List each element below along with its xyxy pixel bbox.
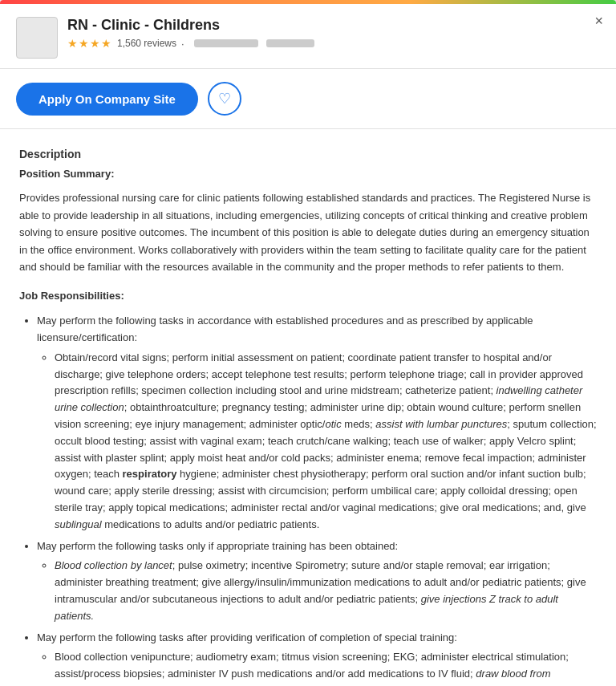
job-title: RN - Clinic - Childrens <box>67 17 600 34</box>
list-item: May perform the following tasks in accor… <box>37 313 597 533</box>
company-logo <box>16 17 58 59</box>
sub-list-item: Obtain/record vital signs; perform initi… <box>55 350 597 534</box>
company-name-blurred <box>194 39 258 47</box>
review-count: 1,560 reviews <box>117 38 176 49</box>
sub-list: Obtain/record vital signs; perform initi… <box>37 350 597 534</box>
rating-row: ★★★★ 1,560 reviews · <box>67 37 600 50</box>
job-modal: RN - Clinic - Childrens ★★★★ 1,560 revie… <box>0 0 616 686</box>
list-item: May perform the following tasks only if … <box>37 538 597 625</box>
save-button[interactable]: ♡ <box>208 82 241 116</box>
header-info: RN - Clinic - Childrens ★★★★ 1,560 revie… <box>67 17 600 50</box>
sub-list: Blood collection by lancet; pulse oximet… <box>37 558 597 624</box>
heart-icon: ♡ <box>218 90 231 108</box>
sub-list-item: Blood collection venipuncture; audiometr… <box>55 649 597 686</box>
sub-list: Blood collection venipuncture; audiometr… <box>37 649 597 686</box>
job-content: Description Position Summary: Provides p… <box>0 129 616 686</box>
separator: · <box>181 38 184 50</box>
description-title: Description <box>19 145 597 163</box>
list-item-text: May perform the following tasks after pr… <box>37 631 457 643</box>
list-item: May perform the following tasks after pr… <box>37 630 597 686</box>
star-rating: ★★★★ <box>67 37 112 50</box>
position-summary-label: Position Summary: <box>19 166 597 183</box>
sub-list-item: Blood collection by lancet; pulse oximet… <box>55 558 597 624</box>
action-row: Apply On Company Site ♡ <box>0 69 616 129</box>
apply-button[interactable]: Apply On Company Site <box>16 83 198 116</box>
list-item-text: May perform the following tasks only if … <box>37 540 398 552</box>
description-body: Provides professional nursing care for c… <box>19 189 597 275</box>
company-location-blurred <box>266 39 314 47</box>
list-item-text: May perform the following tasks in accor… <box>37 315 533 343</box>
responsibilities-title: Job Responsibilities: <box>19 288 597 305</box>
responsibilities-list: May perform the following tasks in accor… <box>19 313 597 686</box>
job-header: RN - Clinic - Childrens ★★★★ 1,560 revie… <box>0 4 616 69</box>
close-button[interactable]: × <box>594 14 603 28</box>
